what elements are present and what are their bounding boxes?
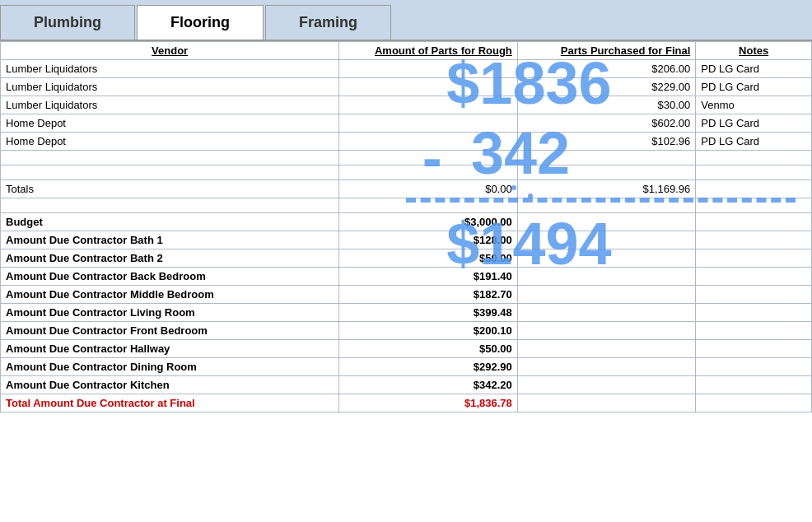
budget-amount: $3,000.00 — [339, 213, 517, 231]
separator-row — [1, 198, 812, 213]
budget-notes — [696, 231, 812, 249]
budget-amount: $50.00 — [339, 340, 517, 358]
cell-rough — [339, 133, 517, 151]
table-container: Vendor Amount of Parts for Rough Parts P… — [0, 41, 812, 412]
budget-row: Amount Due Contractor Hallway $50.00 — [1, 340, 812, 358]
budget-amount: $342.20 — [339, 376, 517, 394]
cell-final: $102.96 — [517, 133, 695, 151]
cell-final: $602.00 — [517, 114, 695, 133]
tab-plumbing[interactable]: Plumbing — [0, 5, 135, 40]
budget-row: Amount Due Contractor Bath 1 $128.00 — [1, 231, 812, 249]
budget-row: Amount Due Contractor Living Room $399.4… — [1, 304, 812, 322]
budget-row: Amount Due Contractor Back Bedroom $191.… — [1, 268, 812, 286]
budget-label: Amount Due Contractor Front Bedroom — [1, 322, 339, 340]
budget-final — [517, 231, 695, 249]
totals-label: Totals — [1, 180, 339, 198]
header-rough: Amount of Parts for Rough — [339, 42, 517, 60]
budget-final — [517, 358, 695, 376]
budget-label: Amount Due Contractor Dining Room — [1, 358, 339, 376]
budget-notes — [696, 268, 812, 286]
cell-rough — [339, 78, 517, 96]
cell-notes: PD LG Card — [696, 78, 812, 96]
cell-vendor: Home Depot — [1, 114, 339, 133]
budget-notes — [696, 394, 812, 412]
header-notes: Notes — [696, 42, 812, 60]
budget-notes — [696, 322, 812, 340]
budget-row: Amount Due Contractor Bath 2 $50.00 — [1, 249, 812, 268]
budget-notes — [696, 249, 812, 268]
cell-notes: Venmo — [696, 96, 812, 114]
cell-notes: PD LG Card — [696, 114, 812, 133]
budget-label: Budget — [1, 213, 339, 231]
table-row: Home Depot $102.96 PD LG Card — [1, 133, 812, 151]
budget-label: Amount Due Contractor Bath 1 — [1, 231, 339, 249]
budget-row: Amount Due Contractor Middle Bedroom $18… — [1, 286, 812, 304]
budget-final — [517, 376, 695, 394]
totals-final: $1,169.96 — [517, 180, 695, 198]
budget-final — [517, 249, 695, 268]
budget-notes — [696, 286, 812, 304]
table-row: Lumber Liquidators $206.00 PD LG Card — [1, 60, 812, 78]
budget-amount: $1,836.78 — [339, 394, 517, 412]
cell-rough — [339, 96, 517, 114]
totals-notes — [696, 180, 812, 198]
table-row: Lumber Liquidators $229.00 PD LG Card — [1, 78, 812, 96]
tab-flooring[interactable]: Flooring — [137, 5, 264, 40]
budget-row: Amount Due Contractor Kitchen $342.20 — [1, 376, 812, 394]
budget-final — [517, 286, 695, 304]
budget-label: Total Amount Due Contractor at Final — [1, 394, 339, 412]
budget-row: Amount Due Contractor Dining Room $292.9… — [1, 358, 812, 376]
budget-label: Amount Due Contractor Bath 2 — [1, 249, 339, 268]
cell-rough — [339, 114, 517, 133]
budget-label: Amount Due Contractor Back Bedroom — [1, 268, 339, 286]
budget-notes — [696, 304, 812, 322]
cell-notes: PD LG Card — [696, 133, 812, 151]
header-vendor: Vendor — [1, 42, 339, 60]
cell-vendor: Lumber Liquidators — [1, 60, 339, 78]
budget-label: Amount Due Contractor Living Room — [1, 304, 339, 322]
budget-row: Total Amount Due Contractor at Final $1,… — [1, 394, 812, 412]
main-table: Vendor Amount of Parts for Rough Parts P… — [0, 41, 812, 412]
cell-notes: PD LG Card — [696, 60, 812, 78]
budget-amount: $399.48 — [339, 304, 517, 322]
budget-amount: $200.10 — [339, 322, 517, 340]
totals-rough: $0.00 — [339, 180, 517, 198]
budget-amount: $128.00 — [339, 231, 517, 249]
cell-rough — [339, 60, 517, 78]
budget-amount: $191.40 — [339, 268, 517, 286]
budget-label: Amount Due Contractor Kitchen — [1, 376, 339, 394]
empty-row — [1, 151, 812, 165]
budget-final — [517, 304, 695, 322]
budget-final — [517, 340, 695, 358]
budget-row: Amount Due Contractor Front Bedroom $200… — [1, 322, 812, 340]
cell-final: $229.00 — [517, 78, 695, 96]
budget-notes — [696, 340, 812, 358]
empty-row — [1, 165, 812, 180]
budget-amount: $50.00 — [339, 249, 517, 268]
totals-row: Totals $0.00 $1,169.96 — [1, 180, 812, 198]
table-row: Home Depot $602.00 PD LG Card — [1, 114, 812, 133]
tab-bar: Plumbing Flooring Framing — [0, 0, 812, 41]
budget-final — [517, 394, 695, 412]
header-final: Parts Purchased for Final — [517, 42, 695, 60]
tab-framing[interactable]: Framing — [265, 5, 391, 40]
budget-label: Amount Due Contractor Hallway — [1, 340, 339, 358]
budget-amount: $182.70 — [339, 286, 517, 304]
budget-notes — [696, 358, 812, 376]
budget-label: Amount Due Contractor Middle Bedroom — [1, 286, 339, 304]
table-row: Lumber Liquidators $30.00 Venmo — [1, 96, 812, 114]
cell-vendor: Lumber Liquidators — [1, 96, 339, 114]
budget-amount: $292.90 — [339, 358, 517, 376]
cell-vendor: Lumber Liquidators — [1, 78, 339, 96]
budget-notes — [696, 213, 812, 231]
budget-final — [517, 213, 695, 231]
cell-final: $206.00 — [517, 60, 695, 78]
budget-row: Budget $3,000.00 — [1, 213, 812, 231]
cell-vendor: Home Depot — [1, 133, 339, 151]
budget-final — [517, 322, 695, 340]
budget-notes — [696, 376, 812, 394]
budget-final — [517, 268, 695, 286]
cell-final: $30.00 — [517, 96, 695, 114]
